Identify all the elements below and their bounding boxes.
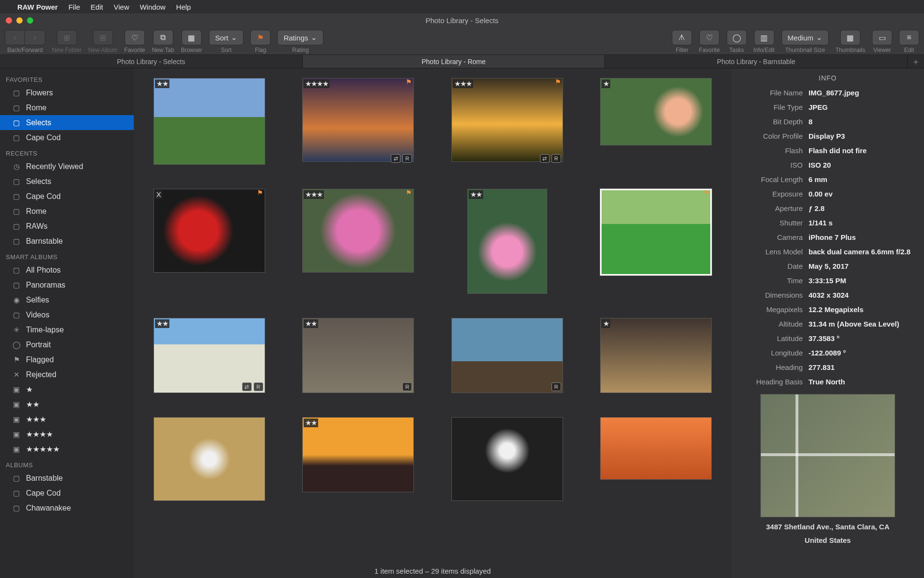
sidebar-item[interactable]: ▢RAWs xyxy=(0,219,134,234)
toolbar-label: Favorite xyxy=(699,47,719,53)
edit-button[interactable]: ≡ xyxy=(899,30,919,45)
sidebar-item[interactable]: ▢Selects xyxy=(0,115,134,130)
forward-button[interactable]: › xyxy=(25,30,45,45)
heart-icon: ♡ xyxy=(706,33,713,42)
thumbnail[interactable] xyxy=(600,417,712,501)
thumbnail[interactable]: ★★⇄R xyxy=(154,318,265,393)
info-label: Altitude xyxy=(740,319,808,329)
star-rating: ★★ xyxy=(469,190,483,199)
filter-icon: ⩚ xyxy=(678,33,686,42)
sidebar-item[interactable]: ▢Selects xyxy=(0,174,134,189)
flag-button[interactable]: ⚑ xyxy=(250,30,270,45)
sidebar-item-label: Selects xyxy=(26,177,51,186)
thumbnail[interactable]: ⚑ xyxy=(600,189,712,294)
favorite2-button[interactable]: ♡ xyxy=(699,30,719,45)
info-panel: INFO File NameIMG_8677.jpegFile TypeJPEG… xyxy=(732,68,924,578)
thumbnail-image xyxy=(451,417,563,501)
sidebar-item[interactable]: ▣★★★★★ xyxy=(0,442,134,457)
sidebar-item[interactable]: ◉Selfies xyxy=(0,292,134,307)
viewer-button[interactable]: ▭ xyxy=(872,30,892,45)
sidebar-item[interactable]: ▢Rome xyxy=(0,204,134,219)
sidebar-item[interactable]: ▢Cape Cod xyxy=(0,130,134,145)
thumbnail[interactable]: ★★★⚑ xyxy=(302,189,414,294)
tasks-button[interactable]: ◯ xyxy=(727,30,747,45)
tab[interactable]: Photo Library - Rome xyxy=(303,55,605,68)
info-row: Altitude31.34 m (Above Sea Level) xyxy=(732,317,924,331)
sidebar-item-label: Barnstable xyxy=(26,237,63,246)
sidebar-item[interactable]: ▣★★ xyxy=(0,397,134,412)
menu-help[interactable]: Help xyxy=(176,3,191,11)
sidebar-item[interactable]: ▢Videos xyxy=(0,307,134,322)
back-button[interactable]: ‹ xyxy=(5,30,25,45)
sidebar-item[interactable]: ◷Recently Viewed xyxy=(0,159,134,174)
sidebar-item-label: Rome xyxy=(26,104,47,112)
sidebar-item-label: ★★★★ xyxy=(26,430,53,439)
sidebar-item[interactable]: ▢Panoramas xyxy=(0,277,134,292)
thumbnail[interactable] xyxy=(451,417,563,501)
sidebar-item[interactable]: ▢Flowers xyxy=(0,85,134,100)
tab[interactable]: Photo Library - Barnstable xyxy=(605,55,908,68)
sidebar-item[interactable]: ✳Time-lapse xyxy=(0,322,134,337)
info-label: Latitude xyxy=(740,333,808,344)
menu-file[interactable]: File xyxy=(68,3,80,11)
sidebar-item[interactable]: ▣★★★★ xyxy=(0,427,134,442)
sidebar-item[interactable]: ▢Barnstable xyxy=(0,234,134,249)
sidebar-item[interactable]: ▢All Photos xyxy=(0,263,134,277)
thumbnail-image xyxy=(302,318,414,393)
thumbnail[interactable]: ★★★⚑⇄R xyxy=(451,78,563,165)
thumbnail[interactable]: ★★ xyxy=(467,189,547,294)
sidebar-item[interactable]: ▢Barnstable xyxy=(0,471,134,486)
new-tab-button[interactable]: ⧉ xyxy=(153,30,173,45)
filter-button[interactable]: ⩚ xyxy=(672,30,692,45)
new-tab-plus-button[interactable]: ＋ xyxy=(908,55,924,68)
new-folder-button[interactable]: ⊞ xyxy=(57,30,77,45)
favorite-button[interactable]: ♡ xyxy=(125,30,145,45)
thumbnail[interactable]: ★ xyxy=(600,318,712,393)
close-button[interactable] xyxy=(6,17,12,24)
new-album-button[interactable]: ⊞ xyxy=(93,30,113,45)
tab[interactable]: Photo Library - Selects xyxy=(0,55,303,68)
sidebar-item[interactable]: ⚑Flagged xyxy=(0,352,134,367)
info-label: Longitude xyxy=(740,348,808,358)
info-row: Bit Depth8 xyxy=(732,115,924,129)
location-map[interactable] xyxy=(760,394,895,517)
thumbnails-button[interactable]: ▦ xyxy=(840,30,860,45)
sidebar-item[interactable]: ◯Portrait xyxy=(0,337,134,352)
flag-icon: ⚑ xyxy=(12,355,21,364)
sort-dropdown[interactable]: Sort⌄ xyxy=(209,30,244,45)
info-value: 3:33:15 PM xyxy=(808,276,915,286)
flag-icon: ⚑ xyxy=(257,189,263,197)
sidebar-item[interactable]: ▢Cape Cod xyxy=(0,189,134,204)
thumb-size-dropdown[interactable]: Medium⌄ xyxy=(782,30,829,45)
app-menu[interactable]: RAW Power xyxy=(17,3,58,11)
chevron-left-icon: ‹ xyxy=(13,33,16,42)
thumbnail[interactable]: ★★ xyxy=(154,78,265,165)
menu-window[interactable]: Window xyxy=(140,3,165,11)
thumbnail[interactable]: ★★★★⚑⇄R xyxy=(302,78,414,165)
toolbar-label: Flag xyxy=(255,47,266,53)
browser-button[interactable]: ▦ xyxy=(181,30,202,45)
thumbnail[interactable]: X⚑ xyxy=(154,189,265,294)
sidebar-item[interactable]: ▣★ xyxy=(0,382,134,397)
sidebar-item[interactable]: ✕Rejected xyxy=(0,367,134,382)
menu-edit[interactable]: Edit xyxy=(90,3,103,11)
thumbnail[interactable]: ★★ xyxy=(302,417,414,501)
sidebar-item[interactable]: ▢Cape Cod xyxy=(0,486,134,500)
new-album-icon: ⊞ xyxy=(100,33,106,42)
thumbnail[interactable]: ★★R xyxy=(302,318,414,393)
sidebar-item[interactable]: ▢Chawanakee xyxy=(0,500,134,515)
minimize-button[interactable] xyxy=(16,17,23,24)
info-label: Camera xyxy=(740,232,808,243)
thumbnail[interactable]: R xyxy=(451,318,563,393)
ratings-dropdown[interactable]: Ratings⌄ xyxy=(277,30,323,45)
zoom-button[interactable] xyxy=(27,17,33,24)
thumbnail[interactable]: ★ xyxy=(600,78,712,165)
sidebar-item[interactable]: ▣★★★ xyxy=(0,412,134,427)
sidebar-item[interactable]: ▢Rome xyxy=(0,100,134,115)
menu-view[interactable]: View xyxy=(114,3,129,11)
panel-icon: ▥ xyxy=(760,33,768,42)
sidebar-item-label: Panoramas xyxy=(26,281,65,289)
folder-icon: ▢ xyxy=(12,207,21,216)
info-edit-button[interactable]: ▥ xyxy=(754,30,774,45)
thumbnail[interactable] xyxy=(154,417,265,501)
